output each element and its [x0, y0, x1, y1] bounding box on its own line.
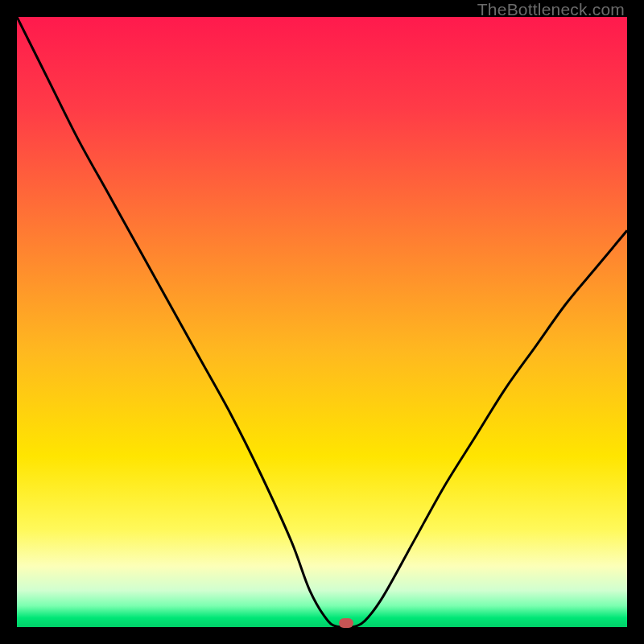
- watermark-text: TheBottleneck.com: [477, 0, 625, 19]
- chart-frame: [17, 17, 627, 627]
- bottleneck-curve: [17, 17, 627, 627]
- curve-layer: [17, 17, 627, 627]
- plot-area: [17, 17, 627, 627]
- optimum-marker: [339, 618, 353, 628]
